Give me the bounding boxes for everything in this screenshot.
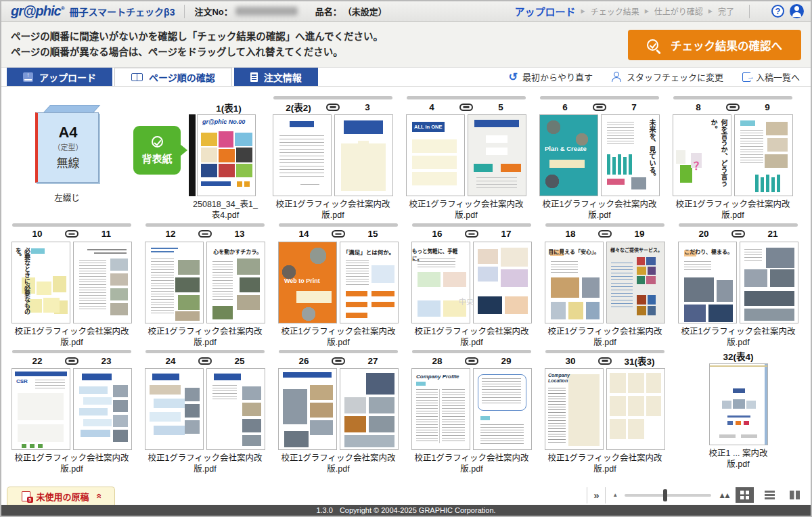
thumbnail-pair: こだわり、極まる。 <box>676 242 800 323</box>
unused-manuscripts-tab[interactable]: 未使用の原稿 » <box>7 487 115 505</box>
thumbnail-zoom-slider[interactable] <box>625 494 711 497</box>
page-thumbnail[interactable]: Company Profile <box>411 368 470 450</box>
zoom-in-icon[interactable]: ▲▲ <box>718 491 729 500</box>
page-thumbnail[interactable]: 未来を、見ている。 <box>601 114 660 196</box>
divider <box>749 5 750 18</box>
page-number: 18 <box>543 229 598 239</box>
spread-view-button[interactable] <box>786 487 804 503</box>
divider <box>184 5 185 18</box>
page-thumbnail[interactable] <box>740 242 798 323</box>
page-thumbnail[interactable]: CSR <box>12 368 70 450</box>
slider-handle[interactable] <box>663 489 667 501</box>
list-view-icon <box>765 491 775 499</box>
page-thumbnail[interactable]: Plan & Create <box>539 114 598 196</box>
staff-check-link[interactable]: スタッフチェックに変更 <box>612 70 723 83</box>
header-bar: gr@phic® 冊子スマートチェックβ3 注文No： 品名： （未設定） アッ… <box>1 1 811 22</box>
grid-view-icon <box>740 491 749 499</box>
page-pair-group: 1011必要なときに必要なものを。校正1グラフィック会社案内改版.pdf <box>9 223 134 349</box>
page-thumbnail[interactable]: 「満足」とは何か。 <box>340 242 399 323</box>
page-thumbnail[interactable] <box>73 242 132 323</box>
thumbnail-pair: もっと気軽に、手軽に。 <box>409 242 534 323</box>
page-thumbnail[interactable] <box>206 368 265 450</box>
link-icon[interactable] <box>65 357 78 365</box>
order-doc-icon <box>250 72 258 82</box>
page-thumbnail[interactable]: 目に見える「安心」。 <box>545 242 604 323</box>
binding-spec: A4 （定型） 無線 左綴じ <box>9 96 125 204</box>
page-number: 28 <box>409 356 465 366</box>
link-icon[interactable] <box>65 230 78 238</box>
step-check-result: チェック結果 <box>591 5 639 17</box>
tab-upload[interactable]: アップロード <box>7 68 112 86</box>
submission-list-link[interactable]: 入稿一覧へ <box>742 70 800 83</box>
page-thumbnail[interactable] <box>606 368 665 450</box>
page-number-row: 2(表2)3 <box>271 101 395 113</box>
step-arrow-icon: ▶ <box>645 8 649 14</box>
page-thumbnail[interactable] <box>473 368 532 450</box>
list-view-button[interactable] <box>761 487 779 503</box>
page-thumbnail[interactable]: こだわり、極まる。 <box>678 242 737 323</box>
page-thumbnail[interactable]: ALL in ONE <box>406 114 465 196</box>
thumbnail-title: ALL in ONE <box>414 124 443 130</box>
exit-icon <box>742 72 751 82</box>
restart-link[interactable]: ↺ 最初からやり直す <box>509 70 593 83</box>
page-thumbnail[interactable] <box>334 114 393 196</box>
page-thumbnail[interactable] <box>340 368 399 450</box>
user-account-icon[interactable] <box>790 4 804 18</box>
grid-view-button[interactable] <box>736 487 754 503</box>
link-icon[interactable] <box>731 230 745 238</box>
link-icon[interactable] <box>465 230 478 238</box>
link-icon[interactable] <box>326 104 340 111</box>
page-thumbnail[interactable]: もっと気軽に、手軽に。 <box>411 242 470 323</box>
link-icon[interactable] <box>332 230 345 238</box>
link-icon[interactable] <box>598 357 612 365</box>
app-window: gr@phic® 冊子スマートチェックβ3 注文No： 品名： （未設定） アッ… <box>0 0 812 517</box>
link-icon[interactable] <box>598 230 612 238</box>
page-thumbnail[interactable]: 心を動かすチカラ。 <box>206 242 265 323</box>
page-number: 3 <box>340 102 395 112</box>
page-thumbnail[interactable] <box>73 368 132 450</box>
page-thumbnail[interactable]: 様々なご提供サービス。 <box>606 242 665 323</box>
page-thumbnail[interactable] <box>468 114 526 196</box>
thumbnail-title: Web to Print <box>284 277 320 284</box>
link-icon[interactable] <box>593 104 606 111</box>
page-thumbnail[interactable] <box>709 363 768 445</box>
check-result-confirm-button[interactable]: チェック結果の確認へ <box>628 30 801 60</box>
link-icon[interactable] <box>465 357 478 365</box>
page-thumbnail[interactable] <box>145 368 204 450</box>
link-icon[interactable] <box>726 104 740 111</box>
page-number: 26 <box>276 356 332 366</box>
link-icon[interactable] <box>332 357 345 365</box>
page-thumbnail[interactable]: Web to Print <box>278 242 337 323</box>
page-number-row: 1011 <box>9 228 134 240</box>
page-thumbnail[interactable]: 何を言うか、どう言うか。？ <box>673 114 731 196</box>
thumbnail-pair: 何を言うか、どう言うか。？ <box>671 114 795 196</box>
link-icon[interactable] <box>198 230 212 238</box>
page-thumbnail[interactable] <box>273 114 332 196</box>
tab-page-order[interactable]: ページ順の確認 <box>114 68 232 86</box>
link-icon[interactable] <box>198 357 212 365</box>
link-icon[interactable] <box>459 104 473 111</box>
thumbnail-title: 様々なご提供サービス。 <box>610 246 662 253</box>
page-thumbnail[interactable]: Company Location <box>545 368 604 450</box>
tab-order-info[interactable]: 注文情報 <box>234 68 318 86</box>
page-thumbnail[interactable] <box>278 368 337 450</box>
spine-badge[interactable]: 背表紙 <box>133 126 181 175</box>
zoom-out-icon[interactable]: ▲ <box>612 492 618 498</box>
group-top-bar <box>545 223 664 227</box>
thumbnail-title: 「満足」とは何か。 <box>343 248 394 256</box>
page-number: 29 <box>478 356 534 366</box>
page-pair-group: 89何を言うか、どう言うか。？校正1グラフィック会社案内改版.pdf <box>671 96 795 221</box>
page-thumbnail[interactable] <box>145 242 204 323</box>
page-number: 12 <box>143 229 198 239</box>
group-top-bar <box>279 350 398 353</box>
page-thumbnail[interactable]: gr@phic No.00 <box>197 114 256 196</box>
expand-panel-button[interactable]: » <box>587 487 606 503</box>
thumbnail-pair <box>676 363 800 445</box>
page-thumbnail[interactable] <box>473 242 532 323</box>
page-pair-group: 2829Company Profile校正1グラフィック会社案内改版.pdf <box>409 350 534 475</box>
page-thumbnail[interactable]: 必要なときに必要なものを。 <box>12 242 70 323</box>
page-number: 23 <box>78 356 134 366</box>
page-thumbnail[interactable] <box>734 114 793 196</box>
help-icon[interactable]: ? <box>771 5 784 18</box>
page-number-row: 2223 <box>9 355 134 367</box>
